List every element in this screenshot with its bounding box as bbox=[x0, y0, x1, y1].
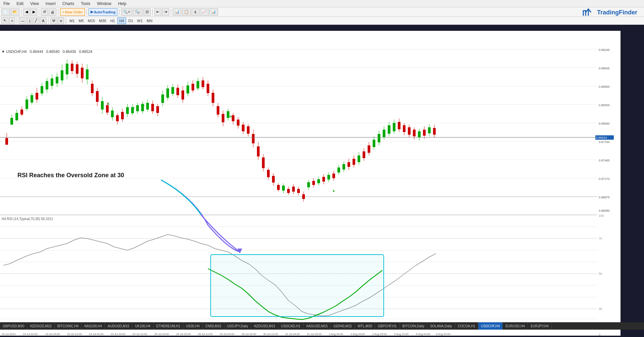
vline-btn[interactable]: | bbox=[27, 17, 32, 24]
svg-text:0.87465: 0.87465 bbox=[599, 159, 610, 162]
ticker-bitcoin[interactable]: BITCOINC,H4 bbox=[55, 322, 82, 330]
svg-rect-160 bbox=[363, 151, 365, 158]
indicators-btn[interactable]: 📊 bbox=[173, 8, 181, 16]
svg-rect-58 bbox=[116, 115, 119, 121]
ticker-audusd[interactable]: AUDUSD,M15 bbox=[105, 322, 132, 330]
menu-insert[interactable]: Insert bbox=[42, 1, 59, 6]
line-btn[interactable]: 📈 bbox=[200, 8, 209, 16]
ticker-bitcoindaily[interactable]: BITCOIN,Daily bbox=[400, 322, 428, 330]
ticker-nzdsgd[interactable]: NZDSGD,M15 bbox=[27, 322, 54, 330]
ticker-us30[interactable]: US30,H4 bbox=[183, 322, 203, 330]
menu-charts[interactable]: Charts bbox=[59, 1, 77, 6]
tf-m30[interactable]: M30 bbox=[97, 17, 108, 24]
zoom-in-btn[interactable]: 🔍+ bbox=[121, 8, 132, 16]
auto-trading-btn[interactable]: ▶ AutoTrading bbox=[89, 8, 118, 16]
svg-rect-178 bbox=[408, 127, 411, 135]
svg-text:RSI Reaches the Oversold Zone : RSI Reaches the Oversold Zone at 30 bbox=[17, 172, 124, 179]
draw-sep1 bbox=[17, 17, 17, 24]
svg-text:2 Aug 04:00: 2 Aug 04:00 bbox=[351, 333, 365, 336]
tf-m15[interactable]: M15 bbox=[86, 17, 97, 24]
menu-view[interactable]: View bbox=[27, 1, 42, 6]
text-btn[interactable]: A bbox=[40, 17, 46, 24]
menu-edit[interactable]: Edit bbox=[13, 1, 27, 6]
sep1 bbox=[21, 9, 21, 15]
new-order-btn[interactable]: + New Order bbox=[60, 8, 85, 16]
templates-btn[interactable]: 📋 bbox=[182, 8, 191, 16]
svg-rect-88 bbox=[186, 85, 189, 93]
open-btn[interactable]: 📂 bbox=[11, 8, 19, 16]
trendline-btn[interactable]: ╱ bbox=[33, 17, 39, 24]
svg-rect-90 bbox=[192, 84, 194, 90]
ticker-usdchf[interactable]: USDCHF,H4 bbox=[478, 322, 503, 330]
tf-h4[interactable]: H4 bbox=[117, 17, 126, 24]
reload-btn[interactable]: ↺ bbox=[41, 8, 48, 16]
channel-btn[interactable]: ≡ bbox=[58, 17, 64, 24]
fit-chart-btn[interactable]: ⊡ bbox=[144, 8, 151, 16]
ticker-gbpusd[interactable]: GBPUSD,M30 bbox=[0, 322, 27, 330]
hline-btn[interactable]: — bbox=[19, 17, 26, 24]
svg-rect-186 bbox=[428, 127, 431, 133]
menu-file[interactable]: File bbox=[0, 1, 13, 6]
svg-rect-182 bbox=[418, 131, 421, 137]
ticker-nas100[interactable]: NAS100,H4 bbox=[82, 322, 105, 330]
ticker-ger40[interactable]: GER40,M15 bbox=[331, 322, 355, 330]
svg-text:H4 RSI (14,Typical,70,30) 56.3: H4 RSI (14,Typical,70,30) 56.3311 bbox=[2, 217, 53, 221]
ticker-cn50[interactable]: CN50,M15 bbox=[203, 322, 224, 330]
tf-m5[interactable]: M5 bbox=[77, 17, 86, 24]
ticker-wtl[interactable]: WTL,M30 bbox=[355, 322, 375, 330]
print-btn[interactable]: 🖨 bbox=[49, 8, 56, 16]
svg-rect-92 bbox=[197, 81, 199, 88]
svg-rect-21 bbox=[25, 99, 28, 109]
svg-text:0.87170: 0.87170 bbox=[599, 177, 610, 181]
symbol-info: ▼ USDCHF,H4 0.86444 0.86540 0.86430 0.86… bbox=[1, 50, 92, 54]
new-file-btn[interactable]: 📄 bbox=[1, 8, 10, 16]
scroll-left-btn[interactable]: ⇤ bbox=[154, 8, 161, 16]
ticker-usdcad[interactable]: USDCAD,H1 bbox=[278, 322, 304, 330]
tf-d1[interactable]: D1 bbox=[127, 17, 135, 24]
menu-help[interactable]: Help bbox=[115, 1, 130, 6]
svg-rect-43 bbox=[81, 68, 84, 78]
logo-text: TradingFinder bbox=[594, 9, 641, 16]
chart-type-btn[interactable]: 🕯 bbox=[192, 8, 199, 16]
cursor-btn[interactable]: ↖ bbox=[1, 17, 8, 24]
bar-chart-btn[interactable]: 📊 bbox=[209, 8, 218, 16]
auto-trading-label: AutoTrading bbox=[94, 10, 116, 14]
svg-rect-158 bbox=[358, 155, 360, 162]
svg-text:18 Jul 2024: 18 Jul 2024 bbox=[2, 333, 16, 336]
svg-text:6 Aug 20:00: 6 Aug 20:00 bbox=[436, 333, 450, 336]
menu-window[interactable]: Window bbox=[94, 1, 115, 6]
svg-text:0.88060: 0.88060 bbox=[599, 122, 610, 125]
tf-w1[interactable]: W1 bbox=[136, 17, 145, 24]
ticker-xagusd[interactable]: XAGUSD,M15 bbox=[304, 322, 331, 330]
ticker-eurjpy[interactable]: EURJPY,H4 bbox=[528, 322, 552, 330]
zoom-out-btn[interactable]: 🔍- bbox=[133, 8, 143, 16]
svg-rect-115 bbox=[252, 134, 255, 143]
svg-rect-19 bbox=[20, 110, 23, 115]
scroll-right-btn[interactable]: ⇥ bbox=[162, 8, 169, 16]
ticker-ethereum[interactable]: ETHEREUM,H1 bbox=[154, 322, 183, 330]
svg-rect-102 bbox=[222, 114, 224, 122]
ticker-cocoa[interactable]: COCOA,H1 bbox=[455, 322, 478, 330]
crosshair-btn[interactable]: + bbox=[9, 17, 15, 24]
svg-text:0: 0 bbox=[599, 333, 600, 336]
svg-rect-119 bbox=[262, 157, 265, 168]
tf-mn[interactable]: MN bbox=[145, 17, 154, 24]
svg-rect-144 bbox=[322, 177, 325, 182]
ticker-nzdusd[interactable]: NZDUSD,M15 bbox=[251, 322, 278, 330]
forward-btn[interactable]: ▶ bbox=[31, 8, 37, 16]
tf-h1[interactable]: H1 bbox=[109, 17, 117, 24]
svg-rect-127 bbox=[282, 186, 285, 191]
ticker-eurusd[interactable]: EURUSD,H4 bbox=[503, 322, 528, 330]
svg-rect-82 bbox=[171, 87, 174, 94]
menu-tools[interactable]: Tools bbox=[77, 1, 94, 6]
sep7 bbox=[171, 9, 171, 15]
svg-rect-129 bbox=[287, 189, 290, 193]
tf-m1[interactable]: M1 bbox=[68, 17, 76, 24]
ticker-solana[interactable]: SOLANA,Daily bbox=[427, 322, 455, 330]
ticker-gbpchf[interactable]: GBPCHF,H1 bbox=[375, 322, 399, 330]
ticker-usdjpy[interactable]: USDJPY,Daily bbox=[224, 322, 251, 330]
ticker-uk100[interactable]: UK100,H4 bbox=[132, 322, 154, 330]
svg-rect-109 bbox=[237, 120, 239, 126]
back-btn[interactable]: ◀ bbox=[23, 8, 30, 16]
fib-btn[interactable]: Ψ bbox=[50, 17, 57, 24]
